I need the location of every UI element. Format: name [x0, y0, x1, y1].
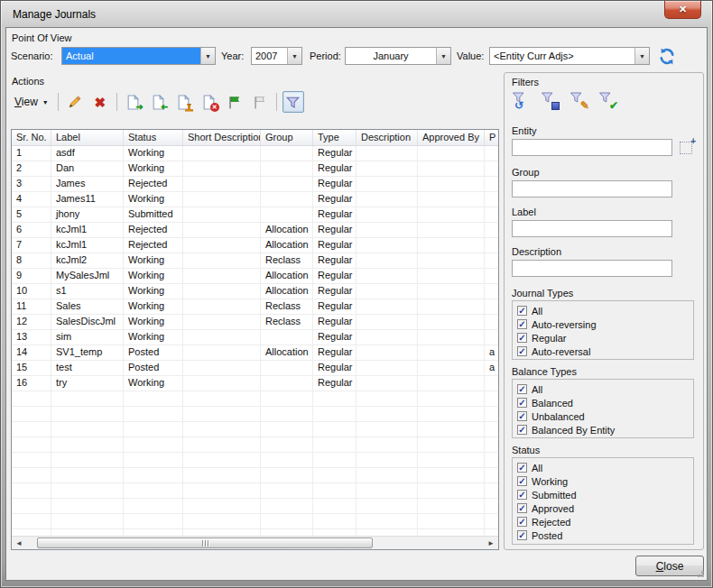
- chevron-down-icon[interactable]: ▼: [436, 48, 450, 64]
- edit-journal-button[interactable]: [64, 91, 86, 113]
- horizontal-scrollbar[interactable]: ◄ ►: [12, 536, 498, 549]
- checkbox[interactable]: ✓: [517, 530, 527, 540]
- table-row[interactable]: 3JamesRejectedRegular: [12, 177, 498, 192]
- close-button[interactable]: Close: [635, 556, 704, 576]
- table-cell: [124, 499, 183, 514]
- table-cell: Submitted: [124, 207, 183, 223]
- checkbox[interactable]: ✓: [517, 411, 527, 421]
- unsubmit-journal-button[interactable]: ➜: [148, 91, 170, 113]
- year-combobox[interactable]: 2007 ▼: [251, 47, 302, 65]
- table-row[interactable]: 6kcJml1RejectedAllocationRegular: [12, 223, 498, 238]
- column-header-short-description[interactable]: Short Description: [183, 130, 261, 145]
- checkbox[interactable]: ✓: [517, 384, 527, 394]
- table-row[interactable]: 15testPostedRegulara: [12, 361, 498, 376]
- column-header-group[interactable]: Group: [261, 130, 313, 145]
- scenario-value[interactable]: Actual: [62, 48, 200, 64]
- table-row[interactable]: 12SalesDiscJmlWorkingReclassRegular: [12, 315, 498, 330]
- apply-filter-button[interactable]: ✔: [598, 91, 618, 111]
- period-value[interactable]: January: [346, 48, 436, 64]
- description-filter-input[interactable]: [512, 260, 672, 277]
- table-cell: 3: [12, 177, 51, 192]
- column-header-type[interactable]: Type: [313, 130, 356, 145]
- column-header-p[interactable]: P: [485, 130, 499, 145]
- title-bar[interactable]: Manage Journals ✕: [1, 1, 712, 27]
- checkbox[interactable]: ✓: [517, 503, 527, 513]
- scrollbar-thumb[interactable]: [37, 537, 373, 548]
- table-cell: [356, 437, 418, 453]
- table-cell: [183, 514, 261, 529]
- year-label: Year:: [221, 47, 244, 65]
- table-cell: [261, 422, 313, 437]
- table-row[interactable]: 8kcJml2WorkingReclassRegular: [12, 253, 498, 269]
- label-filter-input[interactable]: [512, 220, 672, 237]
- refresh-button[interactable]: [657, 47, 677, 66]
- checkbox[interactable]: ✓: [517, 476, 527, 486]
- reset-filter-button[interactable]: ↺: [512, 91, 532, 111]
- table-cell: [261, 483, 313, 499]
- table-cell: Allocation: [261, 345, 313, 361]
- checkbox[interactable]: ✓: [517, 398, 527, 408]
- checkbox[interactable]: ✓: [517, 490, 527, 500]
- checkbox[interactable]: ✓: [517, 517, 527, 527]
- table-row[interactable]: 2DanWorkingRegular: [12, 161, 498, 177]
- reject-journal-button[interactable]: ✕: [199, 91, 220, 113]
- checkbox[interactable]: ✓: [517, 346, 527, 356]
- column-header-label[interactable]: Label: [51, 130, 124, 145]
- table-row[interactable]: 9MySalesJmlWorkingAllocationRegular: [12, 269, 498, 284]
- checkbox[interactable]: ✓: [517, 425, 527, 435]
- column-header-sr-no-[interactable]: Sr. No.: [12, 130, 51, 145]
- column-header-status[interactable]: Status: [124, 130, 183, 145]
- window-close-button[interactable]: ✕: [664, 1, 701, 19]
- save-filter-button[interactable]: [541, 91, 560, 111]
- scroll-left-arrow[interactable]: ◄: [12, 537, 26, 549]
- filter-toggle-button[interactable]: [282, 91, 304, 113]
- table-row[interactable]: 13simWorkingRegular: [12, 330, 498, 345]
- resize-grip-icon[interactable]: [701, 574, 704, 577]
- post-journal-button[interactable]: [224, 91, 245, 113]
- table-cell: [183, 223, 261, 238]
- table-cell: [183, 499, 261, 514]
- column-header-description[interactable]: Description: [356, 130, 418, 145]
- column-header-approved-by[interactable]: Approved By: [418, 130, 485, 145]
- table-row[interactable]: 1asdfWorkingRegular: [12, 146, 498, 161]
- filter-icons-row: ↺ ✎ ✔: [512, 91, 618, 111]
- gray-flag-icon: [252, 95, 267, 110]
- chevron-down-icon[interactable]: ▼: [200, 48, 215, 64]
- table-row-empty: [12, 529, 498, 536]
- checkbox[interactable]: ✓: [517, 463, 527, 473]
- checkbox-option-approved: ✓Approved: [515, 501, 693, 515]
- checkbox[interactable]: ✓: [517, 333, 527, 343]
- member-picker-icon[interactable]: [680, 142, 692, 154]
- chevron-down-icon[interactable]: ▼: [287, 48, 301, 64]
- group-filter-input[interactable]: [512, 180, 672, 198]
- delete-journal-button[interactable]: ✖: [89, 91, 111, 113]
- table-row[interactable]: 11SalesWorkingReclassRegular: [12, 299, 498, 315]
- period-combobox[interactable]: January ▼: [345, 47, 451, 65]
- chevron-down-icon[interactable]: ▼: [634, 48, 649, 64]
- table-row[interactable]: 14SV1_tempPostedAllocationRegulara: [12, 345, 498, 361]
- table-cell: [124, 514, 183, 529]
- table-row[interactable]: 7kcJml1RejectedAllocationRegular: [12, 238, 498, 253]
- unpost-journal-button[interactable]: [249, 91, 271, 113]
- table-cell: 16: [12, 376, 51, 391]
- table-cell: [183, 453, 261, 468]
- table-row[interactable]: 10s1WorkingAllocationRegular: [12, 284, 498, 299]
- edit-filter-button[interactable]: ✎: [569, 91, 589, 111]
- checkbox[interactable]: ✓: [517, 319, 527, 329]
- approve-journal-button[interactable]: [173, 91, 195, 113]
- view-menu-button[interactable]: View ▼: [11, 93, 54, 111]
- checkbox[interactable]: ✓: [517, 306, 527, 316]
- value-combobox[interactable]: <Entity Curr Adjs> ▼: [489, 47, 650, 65]
- entity-filter-input[interactable]: [512, 139, 672, 156]
- year-value[interactable]: 2007: [252, 48, 287, 64]
- submit-journal-button[interactable]: ➜: [123, 91, 144, 113]
- table-row[interactable]: 5jhonySubmittedRegular: [12, 207, 498, 223]
- value-value[interactable]: <Entity Curr Adjs>: [490, 48, 634, 64]
- table-row-empty: [12, 514, 498, 529]
- table-row[interactable]: 16tryWorkingRegular: [12, 376, 498, 391]
- scrollbar-track[interactable]: [26, 537, 484, 549]
- table-row[interactable]: 4James11WorkingRegular: [12, 192, 498, 207]
- table-cell: [12, 437, 51, 453]
- scenario-combobox[interactable]: Actual ▼: [61, 47, 216, 65]
- scroll-right-arrow[interactable]: ►: [484, 537, 498, 549]
